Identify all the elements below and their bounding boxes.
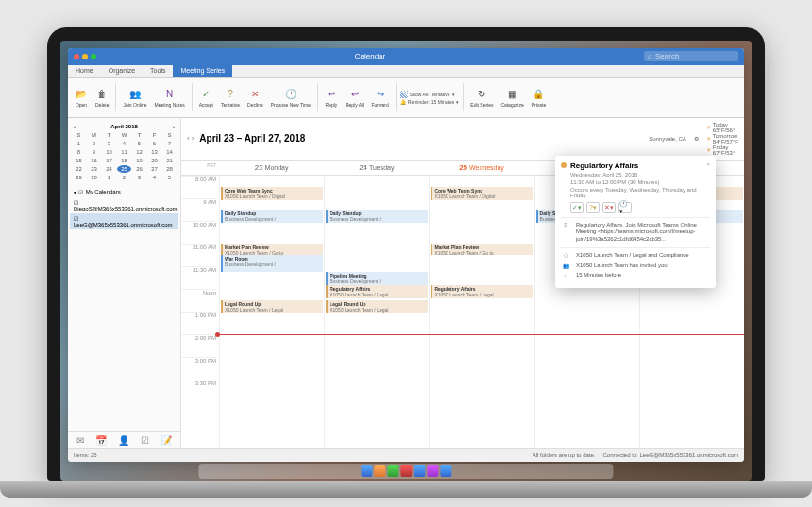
week-title: April 23 – April 27, 2018 (199, 133, 305, 144)
tab-home[interactable]: Home (68, 65, 101, 77)
mini-calendar[interactable]: ‹April 2018› SMTWTFS12345678910111213141… (68, 118, 180, 185)
now-line (219, 334, 744, 335)
reminder-icon: ○ (561, 272, 570, 278)
propose-time-button[interactable]: 🕐Propose New Time (268, 86, 313, 110)
reply-button[interactable]: ↩Reply (322, 86, 341, 110)
calendar-account[interactable]: ☑ LeeG@M365x553361.onmicrosoft.com (70, 213, 178, 229)
sidebar-nav: ✉ 📅 👤 ☑ 📝 (68, 431, 180, 448)
calendar-main: ‹› April 23 – April 27, 2018 Sunnyvale, … (181, 118, 744, 448)
week-header: ‹› April 23 – April 27, 2018 Sunnyvale, … (181, 118, 744, 161)
calendar-account[interactable]: ☑ DiegoS@M365x553361.onmicrosoft.com (70, 197, 178, 213)
body: ‹April 2018› SMTWTFS12345678910111213141… (68, 118, 744, 448)
ribbon: 📂Open 🗑Delete 👥Join Online NMeeting Note… (68, 78, 744, 118)
mini-cal-month: April 2018 (110, 124, 138, 129)
titlebar: Calendar ⌕ Search (68, 48, 744, 65)
next-week-icon[interactable]: › (192, 134, 195, 143)
tab-tools[interactable]: Tools (143, 65, 173, 77)
private-button[interactable]: 🔒Private (529, 86, 550, 110)
mail-icon[interactable]: ✉ (76, 435, 84, 446)
macos-dock[interactable] (198, 464, 613, 479)
people-icon: 👥 (561, 262, 570, 269)
tasks-icon[interactable]: ☑ (141, 435, 149, 446)
day-header[interactable]: 25 Wednesday (429, 161, 533, 175)
ribbon-tabs: HomeOrganizeToolsMeeting Series (68, 65, 744, 78)
calendar-event[interactable]: Legal Round UpX1050 Launch Team / Legal (221, 300, 323, 313)
decline-button[interactable]: ✕Decline (245, 86, 266, 110)
decline-button[interactable]: ✕▾ (602, 202, 616, 213)
popover-title: Regulartory Affairs (561, 161, 710, 170)
calendar-list: ▾ ☑ My Calendars ☑ DiegoS@M365x553361.on… (68, 185, 180, 431)
event-popover: × Regulartory Affairs Wednesday, April 2… (555, 156, 716, 289)
location-icon[interactable]: ⚙ (694, 135, 699, 142)
desktop: Calendar ⌕ Search HomeOrganizeToolsMeeti… (60, 41, 752, 481)
weather-bar: Sunnyvale, CA⚙ ☀Today65°F/56°☀Tomorrow84… (649, 122, 738, 156)
forward-button[interactable]: ↪Forward (368, 86, 391, 110)
join-online-button[interactable]: 👥Join Online (120, 86, 149, 110)
categorize-button[interactable]: ▦Categorize (499, 86, 527, 110)
weather-day: ☀Today65°F/56° (706, 122, 738, 133)
prev-month-icon[interactable]: ‹ (74, 124, 76, 129)
tab-meeting-series[interactable]: Meeting Series (173, 65, 232, 77)
calendar-event[interactable]: Core Web Team SyncX1050 Launch Team / Di… (431, 187, 533, 200)
tab-organize[interactable]: Organize (101, 65, 143, 77)
tentative-button[interactable]: ?▾ (586, 202, 600, 213)
day-header[interactable]: 23 Monday (219, 161, 324, 175)
calendar-event[interactable]: Market Plan ReviewX1050 Launch Team / Go… (431, 244, 533, 255)
calendar-event[interactable]: Regulatory AffairsX1050 Launch Team / Le… (431, 285, 533, 298)
next-month-icon[interactable]: › (173, 124, 175, 129)
open-button[interactable]: 📂Open (72, 86, 91, 110)
calendar-icon[interactable]: 📅 (95, 435, 107, 446)
calendar-event[interactable]: Pipeline MeetingBusiness Development / (326, 272, 428, 285)
day-header[interactable]: 24 Tuesday (324, 161, 429, 175)
tentative-button[interactable]: ?Tentative (218, 86, 243, 110)
meeting-notes-button[interactable]: NMeeting Notes (151, 86, 187, 110)
sidebar: ‹April 2018› SMTWTFS12345678910111213141… (68, 118, 181, 448)
calendar-event[interactable]: Legal Round UpX1050 Launch Team / Legal (326, 300, 428, 313)
reply-all-button[interactable]: ↩Reply All (343, 86, 366, 110)
people-icon[interactable]: 👤 (118, 435, 129, 446)
calendar-event[interactable]: War RoomBusiness Development / (221, 255, 323, 272)
edit-series-button[interactable]: ↻Edit Series (467, 86, 496, 110)
notes-icon[interactable]: 📝 (161, 435, 172, 446)
calendar-event[interactable]: Core Web Team SyncX1050 Launch Team / Di… (221, 187, 323, 200)
weather-day: ☀Friday67°F/53° (706, 144, 738, 156)
weather-day: ☀Tomorrow84°F/57°F (706, 133, 738, 144)
statusbar: Items: 25 All folders are up to date. Co… (68, 448, 744, 462)
window-title: Calendar (96, 52, 644, 60)
text-icon: ≡ (561, 222, 570, 228)
calendar-event[interactable]: Daily StandupBusiness Development / (326, 210, 428, 223)
calendar-event[interactable]: Market Plan ReviewX1050 Launch Team / Go… (221, 244, 323, 255)
minimize-button[interactable] (82, 54, 88, 59)
calendar-event[interactable]: Daily StandupBusiness Development / (221, 210, 323, 223)
my-calendars-header[interactable]: ▾ ☑ My Calendars (70, 187, 178, 197)
location-icon: ⎔ (561, 252, 570, 259)
window-controls (74, 54, 96, 59)
show-as-dropdown[interactable]: Show As: Tentative ▾ (400, 91, 460, 98)
laptop-frame: Calendar ⌕ Search HomeOrganizeToolsMeeti… (47, 27, 765, 481)
calendar-event[interactable]: Regulatory AffairsX1050 Launch Team / Le… (326, 285, 428, 298)
accept-button[interactable]: ✓▾ (570, 202, 584, 213)
close-icon[interactable]: × (706, 161, 710, 167)
day-column[interactable]: Core Web Team SyncX1050 Launch Team / Di… (429, 176, 533, 448)
delete-button[interactable]: 🗑Delete (93, 86, 111, 110)
screen: Calendar ⌕ Search HomeOrganizeToolsMeeti… (60, 41, 752, 481)
day-column[interactable]: Core Web Team SyncX1050 Launch Team / Di… (219, 176, 324, 448)
search-icon: ⌕ (648, 52, 652, 60)
close-button[interactable] (74, 54, 79, 59)
outlook-window: Calendar ⌕ Search HomeOrganizeToolsMeeti… (68, 48, 744, 462)
accept-button[interactable]: ✓Accept (196, 86, 216, 110)
day-column[interactable]: Daily StandupBusiness Development /Pipel… (324, 176, 429, 448)
propose-time-button[interactable]: 🕐▾ (618, 202, 632, 213)
reminder-dropdown[interactable]: 🔔Reminder: 15 Minutes ▾ (400, 99, 460, 105)
prev-week-icon[interactable]: ‹ (187, 134, 190, 143)
search-input[interactable]: ⌕ Search (644, 51, 738, 61)
